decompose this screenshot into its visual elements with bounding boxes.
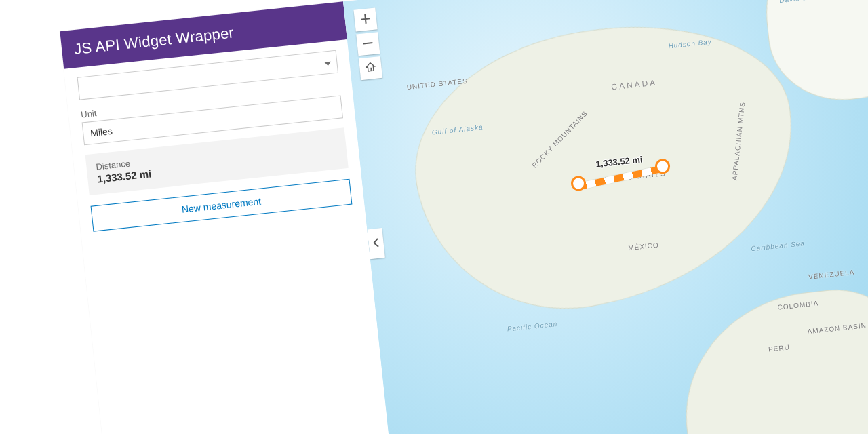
map-view[interactable]: CANADA UNITED STATES UNITED STATES MÉXIC…	[343, 0, 868, 434]
measurement-line	[576, 165, 665, 190]
rotated-scene: JS API Widget Wrapper Unit Miles Distanc…	[0, 0, 868, 434]
sidebar-collapse-button[interactable]	[367, 228, 384, 259]
sidebar: JS API Widget Wrapper Unit Miles Distanc…	[60, 1, 394, 434]
unit-value: Miles	[90, 125, 113, 138]
zoom-out-button[interactable]	[356, 32, 380, 56]
chevron-down-icon	[323, 56, 332, 69]
measurement-tooltip: 1,333.52 mi	[595, 154, 644, 169]
home-button[interactable]	[359, 56, 382, 80]
measurement-endpoint-a[interactable]	[570, 175, 587, 191]
plus-icon	[360, 12, 371, 27]
chevron-left-icon	[372, 236, 380, 251]
zoom-in-button[interactable]	[353, 7, 377, 31]
widget-panel: Unit Miles Distance 1,333.52 mi New meas…	[64, 39, 366, 242]
app-window: JS API Widget Wrapper Unit Miles Distanc…	[60, 0, 868, 434]
minus-icon	[363, 37, 374, 52]
home-icon	[365, 61, 377, 76]
